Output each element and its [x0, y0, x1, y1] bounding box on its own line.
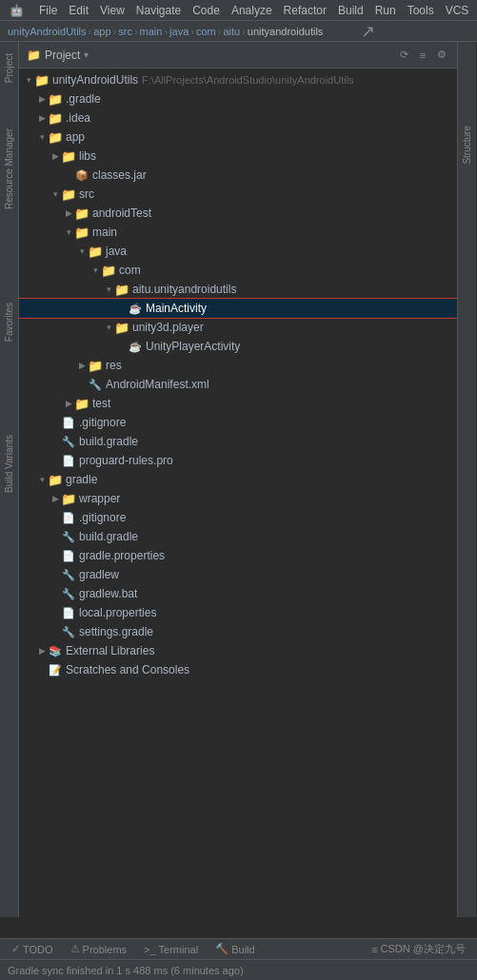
left-tab-resource-manager[interactable]: Resource Manager [2, 121, 16, 217]
left-tab-build-variants[interactable]: Build Variants [2, 427, 16, 500]
tree-item-ext-libraries[interactable]: ▶📚External Libraries [19, 641, 457, 660]
panel-icon-collapse[interactable]: ≡ [415, 48, 430, 63]
bottom-tab-todo[interactable]: ✓ TODO [4, 939, 61, 960]
tree-arrow-libs: ▶ [50, 150, 61, 162]
tree-item-proguard[interactable]: 📄proguard-rules.pro [19, 451, 457, 470]
tree-item-gitignore-root[interactable]: 📄.gitignore [19, 508, 457, 527]
right-tab-structure[interactable]: Structure [460, 118, 474, 172]
tree-label-gradle-root: gradle [66, 473, 97, 486]
tree-item-libs[interactable]: ▶📁libs [19, 147, 457, 166]
tree-item-gradle-root[interactable]: ▾📁gradle [19, 470, 457, 489]
tree-item-main[interactable]: ▾📁main [19, 223, 457, 242]
tree-label-gradle: .gradle [66, 92, 101, 106]
menu-run[interactable]: Run [369, 0, 402, 21]
breadcrumb-cursor: ↗ [361, 21, 375, 42]
tree-label-wrapper: wrapper [79, 492, 120, 505]
tree-item-classes-jar[interactable]: 📦classes.jar [19, 166, 457, 185]
breadcrumb-main[interactable]: main [140, 26, 163, 37]
tree-label-java: java [106, 245, 127, 258]
tree-item-wrapper[interactable]: ▶📁wrapper [19, 489, 457, 508]
tree-item-unity3d[interactable]: ▾📁unity3d.player [19, 318, 457, 337]
tree-arrow-build-gradle-app [50, 436, 61, 447]
panel-icons: ⟳ ≡ ⚙ [396, 48, 449, 63]
tree-item-java[interactable]: ▾📁java [19, 242, 457, 261]
tree-item-gradle-properties[interactable]: 📄gradle.properties [19, 546, 457, 565]
menu-file[interactable]: File [33, 0, 63, 21]
tree-label-res: res [106, 359, 122, 372]
tree-icon-gradle-root: 📁 [48, 472, 63, 487]
menu-code[interactable]: Code [187, 0, 226, 21]
tree-arrow-wrapper: ▶ [50, 493, 61, 504]
bottom-tab-build[interactable]: 🔨 Build [208, 939, 262, 960]
tree-arrow-unity3d: ▾ [103, 322, 114, 333]
menu-view[interactable]: View [94, 0, 130, 21]
tree-item-androidmanifest[interactable]: 🔧AndroidManifest.xml [19, 375, 457, 394]
panel-dropdown-icon[interactable]: ▾ [84, 49, 89, 60]
panel-icon-sync[interactable]: ⟳ [396, 48, 411, 63]
tree-label-build-gradle-app: build.gradle [79, 435, 138, 448]
tree-item-res[interactable]: ▶📁res [19, 356, 457, 375]
tree-icon-gitignore-app: 📄 [61, 415, 76, 430]
breadcrumb-src[interactable]: src [118, 26, 132, 37]
tree-item-build-gradle-app[interactable]: 🔧build.gradle [19, 432, 457, 451]
breadcrumb-com[interactable]: com [196, 26, 216, 37]
breadcrumb-java[interactable]: java [169, 26, 189, 37]
tree-item-gradlew-bat[interactable]: 🔧gradlew.bat [19, 584, 457, 603]
tree-icon-classes-jar: 📦 [74, 167, 89, 183]
breadcrumb-aitu[interactable]: aitu [223, 26, 240, 37]
tree-item-androidTest[interactable]: ▶📁androidTest [19, 204, 457, 223]
tree-item-gradle[interactable]: ▶📁.gradle [19, 89, 457, 108]
tree-item-root[interactable]: ▾📁unityAndroidUtils F:\AllProjects\Andro… [19, 70, 457, 89]
menu-analyze[interactable]: Analyze [226, 0, 278, 21]
tree-item-scratches[interactable]: 📝Scratches and Consoles [19, 660, 457, 679]
tree-item-app[interactable]: ▾📁app [19, 127, 457, 147]
terminal-label: Terminal [159, 944, 199, 955]
breadcrumb-root[interactable]: unityAndroidUtils [8, 26, 87, 37]
tree-item-test[interactable]: ▶📁test [19, 394, 457, 413]
tree-item-unityplayer[interactable]: ☕UnityPlayerActivity [19, 337, 457, 356]
tree-item-gitignore-app[interactable]: 📄.gitignore [19, 413, 457, 432]
tree-icon-idea: 📁 [48, 110, 63, 126]
left-tab-project[interactable]: Project [2, 46, 16, 90]
tree-label-gradlew: gradlew [79, 568, 119, 581]
tree-item-com[interactable]: ▾📁com [19, 261, 457, 280]
tree-item-mainactivity[interactable]: ☕MainActivity [19, 299, 457, 318]
bottom-tab-terminal[interactable]: >_ Terminal [136, 939, 206, 960]
tree-label-gradle-properties: gradle.properties [79, 549, 165, 562]
panel-folder-icon: 📁 [27, 49, 41, 62]
tree-item-src[interactable]: ▾📁src [19, 185, 457, 204]
menu-edit[interactable]: Edit [63, 0, 94, 21]
menu-tools[interactable]: Tools [402, 0, 440, 21]
menu-navigate[interactable]: Navigate [130, 0, 187, 21]
tree-item-local-properties[interactable]: 📄local.properties [19, 603, 457, 622]
tree-item-gradlew[interactable]: 🔧gradlew [19, 565, 457, 584]
menu-refactor[interactable]: Refactor [278, 0, 332, 21]
tree-label-androidTest: androidTest [92, 206, 151, 220]
tree-item-build-gradle-root[interactable]: 🔧build.gradle [19, 527, 457, 546]
tree-item-settings-gradle[interactable]: 🔧settings.gradle [19, 622, 457, 641]
breadcrumb-app[interactable]: app [93, 26, 110, 37]
problems-icon: ⚠ [70, 943, 80, 955]
menu-vcs[interactable]: VCS [440, 0, 475, 21]
tree-arrow-build-gradle-root [50, 531, 61, 542]
panel-icon-settings[interactable]: ⚙ [434, 48, 449, 63]
bottom-tab-problems[interactable]: ⚠ Problems [63, 939, 134, 960]
tree-arrow-ext-libraries: ▶ [36, 645, 48, 657]
tree-label-root: unityAndroidUtils [52, 73, 138, 87]
tree-label-aitu: aitu.unityandroidutils [132, 283, 236, 296]
tree-arrow-gradle-root: ▾ [36, 474, 48, 485]
tree-arrow-settings-gradle [50, 626, 61, 637]
bottom-tab-csdn[interactable]: ≡ CSDN @决定九号 [364, 939, 473, 960]
tree-arrow-gitignore-app [50, 417, 61, 428]
left-tab-favorites[interactable]: Favorites [2, 295, 16, 349]
tree-item-idea[interactable]: ▶📁.idea [19, 108, 457, 127]
left-tabs: Project Resource Manager Favorites Build… [0, 42, 19, 917]
tree-label-proguard: proguard-rules.pro [79, 454, 173, 467]
tree-label-settings-gradle: settings.gradle [79, 625, 153, 638]
menu-build[interactable]: Build [332, 0, 369, 21]
tree-label-libs: libs [79, 149, 96, 163]
breadcrumb-unityandroidutils[interactable]: unityandroidutils [248, 26, 324, 37]
tree-icon-src: 📁 [61, 186, 76, 202]
tree-arrow-androidmanifest [76, 379, 88, 390]
tree-item-aitu[interactable]: ▾📁aitu.unityandroidutils [19, 280, 457, 299]
